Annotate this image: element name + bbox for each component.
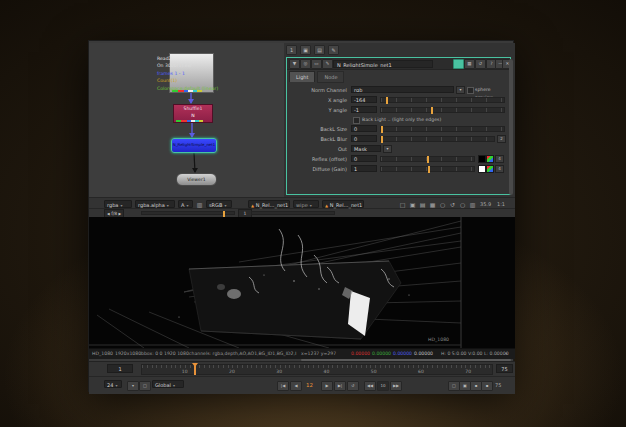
- range-mode-dropdown[interactable]: Global▾: [152, 380, 184, 388]
- node-graph-pane[interactable]: Read2 On 3000(1).exr frames 1 - 1 Count(…: [89, 43, 284, 197]
- bin-folder-icon[interactable]: ▣: [300, 45, 311, 55]
- node-name-field[interactable]: N_RelightSimple_net1: [333, 60, 433, 68]
- warning-icon: ▲: [251, 203, 254, 208]
- tab-node[interactable]: Node: [317, 71, 344, 83]
- sphere-preview-checkbox[interactable]: [467, 87, 474, 94]
- viewer-input-a[interactable]: ▲ N_Rel..._net1: [248, 200, 290, 208]
- panel-revert-button[interactable]: ↺: [475, 59, 486, 69]
- norm-channel-chevron[interactable]: ▾: [456, 86, 465, 94]
- arrow-left-icon[interactable]: ◀: [107, 212, 110, 216]
- viewer-input-b[interactable]: ▲ N_Rel..._net1: [322, 200, 364, 208]
- goto-end-button[interactable]: ▶|: [334, 381, 346, 391]
- row-backl-size: BackL Size 0: [287, 125, 510, 134]
- gain-slider[interactable]: [141, 211, 235, 215]
- panel-center-node-button[interactable]: ◎: [300, 59, 311, 69]
- channels-dropdown[interactable]: rgba▾: [104, 200, 132, 208]
- backl-blur-field[interactable]: 0: [351, 135, 377, 142]
- out-chevron[interactable]: ▾: [383, 145, 392, 153]
- playhead-handle[interactable]: [192, 363, 198, 367]
- warning-icon: ▲: [325, 203, 328, 208]
- alpha-dropdown[interactable]: A▾: [178, 200, 193, 208]
- loop-mode-button[interactable]: ↺: [347, 381, 359, 391]
- skip-amount-field[interactable]: 10: [377, 381, 389, 391]
- gamma-slider[interactable]: [251, 211, 335, 215]
- backl-blur-slider[interactable]: [380, 136, 495, 142]
- tick-label: 20: [229, 369, 235, 374]
- read-node-title: Read2: [157, 55, 218, 62]
- pause-icon[interactable]: ○: [439, 201, 446, 208]
- timeline-ruler[interactable]: 10 20 30 40 50 60 70: [141, 364, 493, 375]
- play-forward-button[interactable]: ▶: [321, 381, 333, 391]
- anchor-icon[interactable]: ▪: [481, 381, 493, 391]
- norm-channel-dropdown[interactable]: rgb: [351, 86, 454, 93]
- wipe-icon[interactable]: ▥: [196, 201, 203, 208]
- viewer-node[interactable]: Viewer1: [176, 173, 217, 186]
- zoom-level[interactable]: 1:1: [497, 201, 505, 207]
- reflex-colorwheel-icon[interactable]: [486, 155, 494, 163]
- chevron-down-icon: ▾: [186, 203, 188, 208]
- diffuse-multichannel-button[interactable]: 4: [495, 165, 504, 173]
- goto-start-button[interactable]: |◀: [277, 381, 289, 391]
- panel-pen-button[interactable]: ✎: [322, 59, 333, 69]
- playback-controls: 24▾ ▾ □ Global▾ |◀ ◀ 12 ▶ ▶| ↺ ◀◀ 10 ▶▶ …: [89, 376, 515, 394]
- shuffle-node[interactable]: Shuffle1 N: [173, 104, 213, 123]
- diffuse-color-swatch[interactable]: [478, 165, 486, 173]
- back-light-checkbox[interactable]: [353, 117, 360, 124]
- backl-size-slider[interactable]: [380, 126, 505, 132]
- viewer-toolbar: rgba▾ rgba.alpha▾ A▾ ▥ sRGB▾ ▲ N_Rel..._…: [89, 197, 515, 209]
- play-backward-button[interactable]: ◀: [290, 381, 302, 391]
- properties-bin-toolbar: 1 ▣ ▤ ✎: [286, 45, 339, 55]
- roi-icon[interactable]: ▤: [419, 201, 426, 208]
- display-lut-dropdown[interactable]: sRGB▾: [206, 200, 232, 208]
- x-angle-label: X angle: [287, 96, 347, 104]
- y-angle-field[interactable]: -1: [351, 106, 377, 113]
- relight-node[interactable]: N_RelightSimple_net1: [171, 138, 217, 153]
- bin-pen-icon[interactable]: ✎: [328, 45, 339, 55]
- mono-icon[interactable]: ▥: [469, 201, 476, 208]
- reflex-slider[interactable]: [380, 156, 475, 162]
- viewer-image[interactable]: HD_1080: [89, 217, 515, 348]
- panel-float-button[interactable]: ▭: [311, 59, 322, 69]
- refresh-icon[interactable]: ↺: [449, 201, 456, 208]
- reflex-multichannel-button[interactable]: 4: [495, 155, 504, 163]
- format-icon[interactable]: ▦: [429, 201, 436, 208]
- bin-list-icon[interactable]: ▤: [314, 45, 325, 55]
- layer-dropdown[interactable]: rgba.alpha▾: [135, 200, 175, 208]
- properties-scrollbar[interactable]: [509, 59, 513, 195]
- range-start-field[interactable]: 1: [107, 364, 133, 373]
- row-out: Out Mask ▾: [287, 145, 510, 154]
- bin-count-field[interactable]: 1: [286, 45, 297, 55]
- frame-lock-icon[interactable]: ▾: [127, 381, 139, 391]
- arrow-right-icon[interactable]: ▶: [119, 212, 122, 216]
- skip-forward-button[interactable]: ▶▶: [390, 381, 402, 391]
- skip-back-button[interactable]: ◀◀: [364, 381, 376, 391]
- status-blue-value: 0.00000: [393, 349, 412, 359]
- reflex-field[interactable]: 0: [351, 155, 377, 162]
- x-angle-field[interactable]: -164: [351, 96, 377, 103]
- reflex-color-swatch[interactable]: [478, 155, 486, 163]
- x-angle-slider[interactable]: [380, 97, 505, 103]
- tab-light[interactable]: Light: [289, 71, 315, 82]
- diffuse-field[interactable]: 1: [351, 165, 377, 172]
- clip-warning-icon[interactable]: ○: [459, 201, 466, 208]
- fps-dropdown[interactable]: 24▾: [104, 380, 122, 388]
- read-node-info: Read2 On 3000(1).exr frames 1 - 1 Count(…: [157, 55, 218, 92]
- zoom-lock-icon[interactable]: □: [399, 201, 406, 208]
- proxy-icon[interactable]: ▣: [409, 201, 416, 208]
- status-chevron-icon[interactable]: ▾: [505, 349, 507, 359]
- y-angle-slider[interactable]: [380, 107, 505, 113]
- wipe-mode-dropdown[interactable]: wipe▾: [293, 200, 319, 208]
- diffuse-colorwheel-icon[interactable]: [486, 165, 494, 173]
- out-dropdown[interactable]: Mask: [351, 145, 381, 152]
- range-end-field[interactable]: 75: [496, 364, 513, 373]
- node-color-swatch[interactable]: [453, 59, 464, 69]
- backl-size-label: BackL Size: [287, 125, 347, 133]
- range-icon[interactable]: □: [139, 381, 151, 391]
- backl-blur-end-value[interactable]: 2: [497, 135, 506, 143]
- properties-pane: 1 ▣ ▤ ✎ ▼ ◎ ▭ ✎ N_RelightSimple_net1 ▦ ↺…: [284, 43, 515, 197]
- current-frame[interactable]: 12: [306, 382, 313, 388]
- backl-size-field[interactable]: 0: [351, 125, 377, 132]
- panel-collapse-button[interactable]: ▼: [289, 59, 300, 69]
- panel-grid-button[interactable]: ▦: [464, 59, 475, 69]
- diffuse-slider[interactable]: [380, 166, 475, 172]
